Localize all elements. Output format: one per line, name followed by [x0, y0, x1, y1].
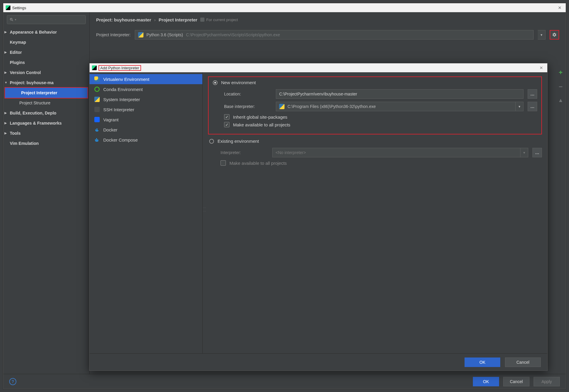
pycharm-icon — [6, 5, 10, 10]
new-environment-panel: New environment Location: C:\ProjectPych… — [208, 76, 542, 134]
radio-new-environment[interactable]: New environment — [213, 80, 537, 85]
checkbox-checked-icon — [224, 122, 229, 127]
vagrant-icon — [94, 117, 100, 122]
docker-icon — [94, 127, 100, 132]
docker-compose-icon — [94, 137, 100, 142]
checkbox-unchecked-icon — [221, 160, 226, 166]
settings-close-icon[interactable]: ✕ — [556, 5, 563, 10]
dialog-main: New environment Location: C:\ProjectPych… — [203, 72, 547, 353]
interpreter-dropdown-caret-icon[interactable]: ▼ — [538, 30, 545, 40]
settings-ok-button[interactable]: OK — [473, 377, 499, 386]
project-interpreter-label: Project Interpreter: — [96, 32, 131, 37]
base-interpreter-caret-icon[interactable]: ▼ — [516, 102, 523, 111]
dialog-titlebar: Add Python Interpreter ✕ — [90, 63, 547, 72]
checkbox-inherit[interactable]: Inherit global site-packages — [224, 114, 537, 120]
settings-sidebar: ▾ ▶Appearance & Behavior Keymap ▶Editor … — [3, 12, 90, 374]
breadcrumb-sep-icon: › — [154, 17, 156, 22]
sidebar-item-keymap[interactable]: Keymap — [3, 37, 89, 47]
terminal-icon — [94, 107, 100, 112]
interpreter-gear-button[interactable] — [550, 30, 559, 40]
checkbox-make-available[interactable]: Make available to all projects — [224, 122, 537, 127]
breadcrumb-page: Project Interpreter — [159, 17, 197, 22]
dialog-footer: OK Cancel — [90, 353, 547, 371]
add-package-button[interactable]: + — [559, 69, 563, 76]
dialog-sidebar: Virtualenv Environment Conda Environment… — [90, 72, 203, 353]
dialog-item-docker[interactable]: Docker — [90, 125, 202, 135]
existing-interpreter-label: Interpreter: — [221, 150, 268, 155]
upgrade-package-button[interactable]: ▲ — [558, 97, 563, 104]
checkbox-existing-make-available: Make available to all projects — [221, 160, 542, 166]
project-badge-icon — [200, 18, 204, 22]
sidebar-item-languages[interactable]: ▶Languages & Frameworks — [3, 118, 89, 128]
python-icon — [279, 104, 284, 109]
for-current-project-badge: For current project — [200, 18, 238, 22]
location-input[interactable]: C:\ProjectPycharm\venv\buyhouse-master — [276, 89, 523, 99]
package-toolbar: + − ▲ — [556, 63, 566, 109]
radio-existing-environment[interactable]: Existing environment — [209, 139, 542, 144]
dialog-cancel-button[interactable]: Cancel — [505, 357, 541, 367]
dialog-title: Add Python Interpreter — [99, 65, 141, 71]
settings-apply-button[interactable]: Apply — [534, 377, 560, 386]
dialog-item-ssh[interactable]: SSH Interpreter — [90, 104, 202, 115]
settings-title: Settings — [12, 6, 26, 10]
interpreter-path: C:\ProjectPycharm\venv\Scripts\Scripts\p… — [186, 32, 280, 37]
add-interpreter-dialog: Add Python Interpreter ✕ Virtualenv Envi… — [89, 63, 548, 371]
conda-icon — [94, 87, 100, 92]
python-icon — [138, 32, 143, 37]
base-interpreter-browse-button[interactable]: … — [528, 102, 537, 111]
pycharm-icon — [92, 65, 97, 70]
settings-titlebar: Settings ✕ — [3, 3, 566, 12]
base-interpreter-dropdown[interactable]: C:\Program Files (x86)\Python36-32\pytho… — [276, 102, 516, 111]
location-label: Location: — [224, 92, 272, 96]
existing-interpreter-browse-button[interactable]: … — [532, 148, 542, 157]
dialog-item-docker-compose[interactable]: Docker Compose — [90, 135, 202, 145]
sidebar-item-plugins[interactable]: Plugins — [3, 57, 89, 68]
settings-search-input[interactable]: ▾ — [7, 15, 86, 24]
radio-unchecked-icon — [209, 139, 214, 144]
location-browse-button[interactable]: … — [528, 89, 537, 99]
search-icon — [10, 18, 14, 22]
dialog-item-conda[interactable]: Conda Environment — [90, 84, 202, 94]
existing-environment-panel: Existing environment Interpreter: <No in… — [208, 139, 542, 166]
settings-cancel-button[interactable]: Cancel — [503, 377, 529, 386]
interpreter-name: Python 3.6 (Scripts) — [146, 32, 183, 37]
sidebar-item-editor[interactable]: ▶Editor — [3, 47, 89, 57]
sidebar-item-project-interpreter[interactable]: Project Interpreter — [5, 88, 87, 98]
dialog-item-vagrant[interactable]: Vagrant — [90, 115, 202, 125]
project-interpreter-dropdown[interactable]: Python 3.6 (Scripts) C:\ProjectPycharm\v… — [135, 30, 534, 40]
breadcrumb-project: Project: buyhouse-master — [96, 17, 151, 22]
python-icon — [94, 97, 100, 102]
virtualenv-icon — [94, 76, 100, 82]
remove-package-button[interactable]: − — [559, 83, 563, 91]
dialog-item-system[interactable]: System Interpreter — [90, 94, 202, 104]
dialog-ok-button[interactable]: OK — [465, 357, 500, 367]
base-interpreter-label: Base interpreter: — [224, 104, 272, 109]
existing-interpreter-caret-icon[interactable]: ▼ — [520, 148, 528, 157]
help-button[interactable]: ? — [9, 378, 16, 385]
search-dropdown-icon: ▾ — [15, 18, 16, 21]
sidebar-item-vim[interactable]: Vim Emulation — [3, 138, 89, 148]
dialog-close-icon[interactable]: ✕ — [538, 65, 545, 70]
sidebar-item-build[interactable]: ▶Build, Execution, Deplo — [3, 108, 89, 118]
existing-interpreter-dropdown[interactable]: <No interpreter> — [272, 148, 520, 157]
radio-checked-icon — [213, 80, 218, 85]
sidebar-item-version-control[interactable]: ▶Version Control — [3, 68, 89, 78]
sidebar-item-project-structure[interactable]: Project Structure — [3, 98, 89, 108]
sidebar-item-appearance[interactable]: ▶Appearance & Behavior — [3, 27, 89, 37]
checkbox-checked-icon — [224, 114, 229, 120]
splitter-handle-icon[interactable]: ⋮⋮ — [203, 206, 207, 213]
gear-icon — [552, 32, 557, 37]
settings-footer: ? OK Cancel Apply — [3, 374, 566, 389]
sidebar-item-tools[interactable]: ▶Tools — [3, 128, 89, 138]
dialog-item-virtualenv[interactable]: Virtualenv Environment — [90, 74, 202, 84]
breadcrumb: Project: buyhouse-master › Project Inter… — [90, 12, 566, 27]
sidebar-item-project[interactable]: ▼Project: buyhouse-ma — [3, 78, 89, 88]
